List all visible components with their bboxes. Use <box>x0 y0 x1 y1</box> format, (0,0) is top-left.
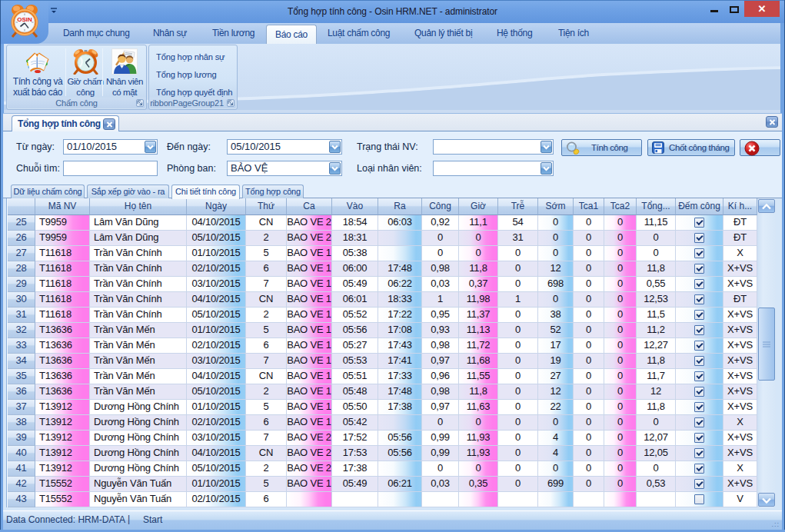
svg-text:OSIN: OSIN <box>17 16 32 23</box>
